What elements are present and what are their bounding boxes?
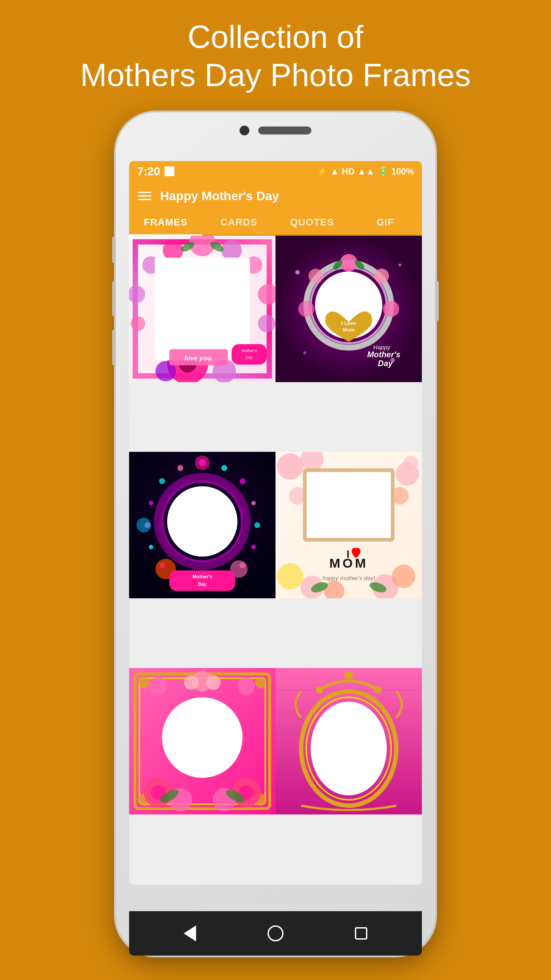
svg-text:Mother's: Mother's: [367, 350, 401, 359]
status-network: ▲▲: [357, 166, 375, 177]
phone-screen: 7:20 ⚡ ▲ HD ▲▲ 🔋 100%: [129, 161, 422, 885]
svg-point-23: [398, 263, 401, 266]
svg-point-22: [295, 270, 300, 274]
volume-up-button: [112, 281, 116, 316]
svg-point-43: [221, 465, 227, 471]
front-camera-area: [240, 126, 311, 135]
svg-point-29: [374, 269, 389, 283]
svg-point-45: [240, 478, 245, 484]
svg-text:Mom: Mom: [343, 327, 355, 332]
svg-point-91: [255, 677, 267, 688]
power-button: [435, 281, 439, 321]
svg-point-96: [206, 676, 220, 690]
svg-point-49: [254, 522, 260, 528]
camera-dot: [240, 126, 249, 135]
svg-text:I Love: I Love: [341, 320, 356, 326]
svg-point-10: [130, 316, 145, 331]
svg-rect-65: [169, 570, 236, 591]
status-battery-pct: 100%: [391, 166, 414, 177]
svg-point-47: [252, 501, 256, 506]
svg-point-95: [184, 676, 199, 690]
home-circle-icon: [268, 925, 283, 941]
tab-bar: FRAMES CARDS QUOTES GIF: [129, 210, 422, 236]
svg-point-90: [138, 677, 150, 688]
svg-point-51: [252, 545, 256, 549]
svg-point-58: [195, 455, 210, 470]
svg-point-107: [162, 697, 243, 778]
frame-item-2[interactable]: I Love Mom Happy Mother's Day: [276, 236, 422, 382]
svg-point-8: [258, 315, 276, 332]
svg-rect-18: [232, 344, 267, 364]
svg-point-120: [311, 702, 387, 795]
svg-point-28: [340, 254, 358, 272]
frame-item-3[interactable]: Mother's Day: [129, 452, 276, 598]
status-signal: ⚡: [317, 166, 328, 177]
svg-point-98: [237, 678, 255, 695]
svg-point-97: [150, 678, 167, 695]
status-time: 7:20: [137, 165, 160, 178]
recents-square-icon: [355, 927, 367, 940]
nav-recents-button[interactable]: [353, 925, 369, 941]
svg-point-52: [149, 545, 153, 549]
nav-back-button[interactable]: [182, 925, 198, 941]
svg-text:happy mother's day!: happy mother's day!: [323, 575, 375, 581]
frames-grid: love you. Mother's Day: [129, 236, 422, 885]
svg-text:Day: Day: [378, 359, 393, 368]
frame-item-1[interactable]: love you. Mother's Day: [129, 236, 276, 382]
svg-rect-15: [155, 257, 250, 360]
status-bar: 7:20 ⚡ ▲ HD ▲▲ 🔋 100%: [129, 161, 422, 182]
tab-quotes[interactable]: QUOTES: [276, 210, 349, 234]
svg-text:Day: Day: [246, 355, 253, 360]
hamburger-line-3: [138, 199, 151, 200]
frame-item-5[interactable]: [129, 668, 276, 814]
svg-point-9: [129, 285, 145, 303]
status-square: [165, 166, 174, 176]
svg-point-70: [279, 455, 294, 470]
svg-text:Day: Day: [198, 581, 207, 587]
svg-point-115: [316, 687, 323, 694]
bottom-nav: [129, 911, 422, 956]
hamburger-line-2: [138, 195, 151, 197]
app-bar: Happy Mother's Day: [129, 182, 422, 210]
frame-item-4[interactable]: I MOM happy mother's day!: [276, 452, 422, 598]
svg-point-64: [167, 486, 237, 557]
hamburger-line-1: [138, 192, 151, 193]
svg-point-25: [303, 351, 307, 354]
svg-point-7: [258, 284, 276, 304]
svg-point-117: [344, 671, 353, 680]
svg-text:Mother's: Mother's: [241, 348, 257, 353]
svg-point-48: [149, 501, 153, 506]
svg-text:love you.: love you.: [185, 354, 213, 361]
status-right: ⚡ ▲ HD ▲▲ 🔋 100%: [317, 166, 414, 177]
svg-point-80: [392, 565, 415, 588]
svg-text:Happy: Happy: [373, 344, 391, 351]
svg-point-2: [163, 240, 183, 261]
status-wifi: ▲: [331, 166, 339, 177]
speaker-grille: [258, 126, 311, 134]
svg-point-73: [404, 455, 418, 470]
svg-rect-83: [305, 470, 393, 540]
menu-button[interactable]: [138, 192, 151, 200]
status-left: 7:20: [137, 165, 174, 178]
nav-home-button[interactable]: [268, 925, 283, 941]
svg-point-76: [277, 563, 303, 589]
tab-cards[interactable]: CARDS: [202, 210, 276, 234]
svg-point-116: [374, 687, 382, 694]
app-title: Happy Mother's Day: [160, 189, 279, 203]
frame-item-6[interactable]: [276, 668, 422, 814]
mute-button: [112, 237, 116, 263]
svg-point-31: [308, 269, 323, 283]
svg-point-30: [383, 301, 399, 317]
tab-gif[interactable]: GIF: [349, 210, 422, 234]
tab-frames[interactable]: FRAMES: [129, 210, 202, 234]
svg-text:MOM: MOM: [329, 556, 368, 570]
svg-point-32: [298, 301, 314, 317]
volume-down-button: [112, 330, 116, 365]
page-title: Collection of Mothers Day Photo Frames: [54, 18, 497, 95]
status-battery: 🔋: [378, 166, 389, 177]
svg-text:Mother's: Mother's: [193, 574, 212, 580]
page-background: Collection of Mothers Day Photo Frames 7…: [0, 0, 551, 980]
svg-point-44: [177, 465, 183, 471]
svg-point-61: [137, 518, 151, 533]
svg-point-46: [159, 478, 165, 484]
